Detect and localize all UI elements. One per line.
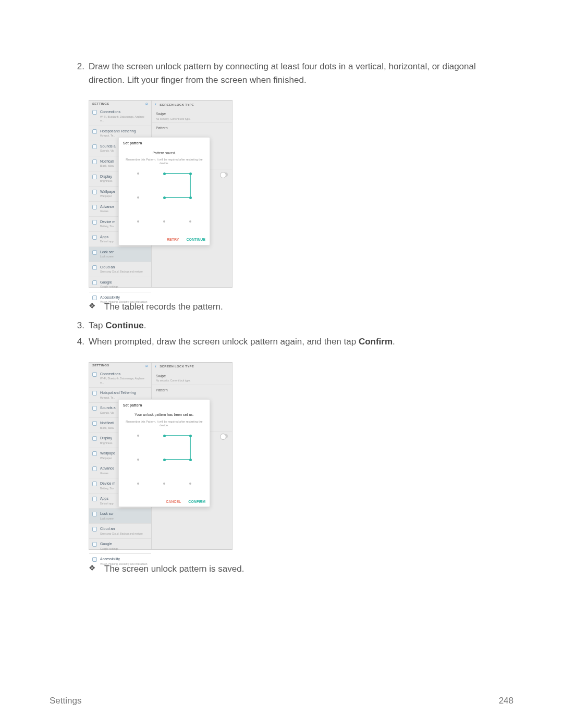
footer-section: Settings bbox=[50, 694, 81, 708]
sidebar-item-accessibility[interactable]: AccessibilityVision, Hearing, Dexterity … bbox=[89, 553, 151, 569]
set-pattern-dialog-2: Set pattern Your unlock pattern has been… bbox=[118, 399, 210, 508]
dialog-message: Pattern saved. bbox=[123, 151, 205, 156]
continue-button[interactable]: CONTINUE bbox=[186, 237, 205, 243]
pattern-grid[interactable] bbox=[128, 169, 201, 232]
sidebar-item-cloud[interactable]: Cloud anSamsung Cloud, Backup and restor… bbox=[89, 523, 151, 538]
toggle-switch[interactable] bbox=[221, 172, 228, 177]
hotspot-icon bbox=[92, 391, 97, 396]
lock-icon bbox=[92, 250, 97, 255]
retry-button[interactable]: RETRY bbox=[167, 237, 179, 243]
lock-type-swipe[interactable]: Swipe No security. Current lock type. bbox=[152, 109, 232, 122]
connections-icon bbox=[92, 110, 97, 115]
step-4: 4. When prompted, draw the screen unlock… bbox=[73, 335, 513, 349]
dialog-note: Remember this Pattern. It will be requir… bbox=[123, 158, 205, 165]
connections-icon bbox=[92, 372, 97, 377]
sounds-icon bbox=[92, 406, 97, 411]
accessibility-icon bbox=[92, 295, 97, 300]
result-text-1: The tablet records the pattern. bbox=[104, 300, 513, 314]
pattern-grid[interactable] bbox=[128, 431, 201, 494]
step-4-number: 4. bbox=[73, 335, 89, 349]
screen-lock-header-2: ‹ SCREEN LOCK TYPE bbox=[152, 363, 232, 371]
step-3: 3. Tap Continue. bbox=[73, 319, 513, 332]
cancel-button[interactable]: CANCEL bbox=[166, 499, 181, 505]
sounds-icon bbox=[92, 144, 97, 149]
page-footer: Settings 248 bbox=[50, 694, 513, 708]
screenshot-1: SETTINGS ⌕ ConnectionsWi-Fi, Bluetooth, … bbox=[89, 100, 232, 288]
confirm-button[interactable]: CONFIRM bbox=[188, 499, 205, 505]
lock-type-swipe[interactable]: Swipe No security. Current lock type. bbox=[152, 371, 232, 385]
step-3-text: Tap Continue. bbox=[89, 319, 513, 332]
device-icon bbox=[92, 220, 97, 225]
advanced-icon bbox=[92, 205, 97, 209]
dialog-note: Remember this Pattern. It will be requir… bbox=[123, 420, 205, 427]
hotspot-icon bbox=[92, 129, 97, 134]
step-3-number: 3. bbox=[73, 319, 89, 332]
display-icon bbox=[92, 175, 97, 179]
cloud-icon bbox=[92, 527, 97, 532]
lock-icon bbox=[92, 512, 97, 516]
search-icon[interactable]: ⌕ bbox=[145, 363, 148, 369]
result-text-2: The screen unlock pattern is saved. bbox=[104, 562, 513, 576]
sidebar-item-connections[interactable]: ConnectionsWi-Fi, Bluetooth, Data usage,… bbox=[89, 107, 151, 126]
wallpaper-icon bbox=[92, 190, 97, 194]
screen-lock-title: SCREEN LOCK TYPE bbox=[160, 103, 194, 107]
step-2-number: 2. bbox=[73, 60, 89, 87]
search-icon[interactable]: ⌕ bbox=[145, 101, 148, 107]
lock-type-pattern[interactable]: Pattern bbox=[152, 385, 232, 395]
set-pattern-dialog-1: Set pattern Pattern saved. Remember this… bbox=[118, 137, 210, 245]
sidebar-item-google[interactable]: GoogleGoogle settings bbox=[89, 538, 151, 553]
sidebar-item-lock-screen[interactable]: Lock scrLock screen bbox=[89, 246, 151, 262]
step-4-text: When prompted, draw the screen unlock pa… bbox=[89, 335, 513, 349]
dialog-message: Your unlock pattern has been set as: bbox=[123, 412, 205, 418]
settings-header-2: SETTINGS ⌕ bbox=[89, 363, 151, 369]
cloud-icon bbox=[92, 265, 97, 270]
sidebar-item-cloud[interactable]: Cloud anSamsung Cloud, Backup and restor… bbox=[89, 262, 151, 277]
apps-icon bbox=[92, 235, 97, 240]
display-icon bbox=[92, 436, 97, 441]
device-icon bbox=[92, 482, 97, 486]
dialog-title: Set pattern bbox=[123, 141, 205, 146]
lock-type-pattern[interactable]: Pattern bbox=[152, 122, 232, 133]
apps-icon bbox=[92, 497, 97, 501]
sidebar-item-lock-screen[interactable]: Lock scrLock screen bbox=[89, 508, 151, 523]
accessibility-icon bbox=[92, 557, 97, 562]
dialog-title: Set pattern bbox=[123, 403, 205, 409]
screenshot-2: SETTINGS ⌕ ConnectionsWi-Fi, Bluetooth, … bbox=[89, 362, 232, 550]
sidebar-item-accessibility[interactable]: AccessibilityVision, Hearing, Dexterity … bbox=[89, 292, 151, 307]
back-icon[interactable]: ‹ bbox=[155, 363, 156, 371]
google-icon bbox=[92, 542, 97, 547]
sidebar-item-connections[interactable]: ConnectionsWi-Fi, Bluetooth, Data usage,… bbox=[89, 369, 151, 388]
notifications-icon bbox=[92, 421, 97, 426]
wallpaper-icon bbox=[92, 451, 97, 456]
notifications-icon bbox=[92, 159, 97, 164]
footer-page-number: 248 bbox=[499, 694, 513, 708]
settings-title: SETTINGS bbox=[92, 102, 109, 106]
settings-header: SETTINGS ⌕ bbox=[89, 101, 151, 107]
step-2: 2. Draw the screen unlock pattern by con… bbox=[73, 60, 513, 87]
advanced-icon bbox=[92, 466, 97, 471]
sidebar-item-google[interactable]: GoogleGoogle settings bbox=[89, 277, 151, 292]
toggle-switch[interactable] bbox=[221, 434, 228, 438]
back-icon[interactable]: ‹ bbox=[155, 101, 156, 108]
step-2-text: Draw the screen unlock pattern by connec… bbox=[89, 60, 513, 87]
google-icon bbox=[92, 280, 97, 285]
screen-lock-header: ‹ SCREEN LOCK TYPE bbox=[152, 101, 232, 109]
page-body: 2. Draw the screen unlock pattern by con… bbox=[0, 0, 563, 575]
